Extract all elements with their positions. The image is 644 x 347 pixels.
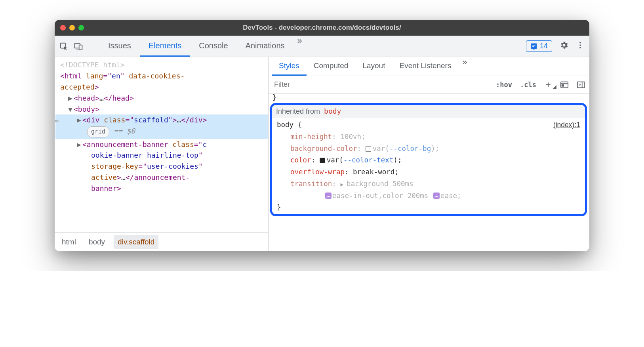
devtools-window: DevTools - developer.chrome.com/docs/dev… xyxy=(55,20,589,251)
color-swatch-icon[interactable] xyxy=(320,158,325,163)
decl-transition[interactable]: transition: ▶ background 500ms xyxy=(277,178,580,190)
cls-toggle[interactable]: .cls xyxy=(516,81,540,89)
close-icon[interactable] xyxy=(60,25,66,31)
styles-panel: Styles Computed Layout Event Listeners »… xyxy=(269,57,589,251)
tab-issues[interactable]: Issues xyxy=(99,36,140,57)
svg-point-3 xyxy=(579,42,581,43)
crumb-div-scaffold[interactable]: div.scaffold xyxy=(114,235,158,249)
toggle-sidebar-icon[interactable] xyxy=(573,81,589,89)
crumb-body[interactable]: body xyxy=(85,235,109,249)
dom-html-open[interactable]: <html lang="en" data-cookies- xyxy=(60,71,263,82)
new-style-rule-icon[interactable] xyxy=(540,81,556,89)
subtab-event-listeners[interactable]: Event Listeners xyxy=(392,57,458,76)
svg-rect-7 xyxy=(562,85,564,86)
subtab-layout[interactable]: Layout xyxy=(355,57,392,76)
css-rule[interactable]: body { (index):1 min-height: 100vh; back… xyxy=(272,118,585,214)
filter-input[interactable] xyxy=(269,76,492,93)
subtab-computed[interactable]: Computed xyxy=(307,57,356,76)
svg-point-5 xyxy=(579,47,581,48)
more-menu-icon[interactable] xyxy=(576,41,585,52)
decl-overflow-wrap[interactable]: overflow-wrap: break-word; xyxy=(277,166,580,178)
subtab-styles[interactable]: Styles xyxy=(272,57,307,76)
zoom-icon[interactable] xyxy=(78,25,84,31)
issues-badge[interactable]: 14 xyxy=(526,40,552,52)
tab-animations[interactable]: Animations xyxy=(237,36,293,57)
breadcrumb: html body div.scaffold xyxy=(55,232,268,251)
separator xyxy=(92,41,92,51)
device-toggle-icon[interactable] xyxy=(74,42,83,51)
decl-background-color[interactable]: background-color: var(--color-bg); xyxy=(277,143,580,155)
color-swatch-icon[interactable] xyxy=(366,146,371,152)
titlebar: DevTools - developer.chrome.com/docs/dev… xyxy=(55,20,589,36)
rule-close-brace-prev: } xyxy=(269,93,589,101)
grid-badge[interactable]: grid xyxy=(87,126,109,137)
row-actions-icon[interactable]: ⋯ xyxy=(55,115,60,126)
filter-bar: :hov .cls xyxy=(269,76,589,93)
elements-panel: <!DOCTYPE html> <html lang="en" data-coo… xyxy=(55,57,269,251)
subtabs-overflow-icon[interactable]: » xyxy=(458,57,471,76)
settings-icon[interactable] xyxy=(559,40,569,52)
issues-count: 14 xyxy=(540,42,548,50)
hov-toggle[interactable]: :hov xyxy=(492,81,516,89)
dom-doctype[interactable]: <!DOCTYPE html> xyxy=(60,59,263,71)
bezier-icon[interactable] xyxy=(433,193,440,199)
minimize-icon[interactable] xyxy=(69,25,75,31)
window-title: DevTools - developer.chrome.com/docs/dev… xyxy=(55,24,589,32)
main-toolbar: Issues Elements Console Animations » 14 xyxy=(55,36,589,57)
highlighted-rule: Inherited from body body { (index):1 min… xyxy=(270,103,587,216)
dom-body[interactable]: ▼<body> xyxy=(60,104,263,115)
dom-head[interactable]: ▶<head>…</head> xyxy=(60,93,263,104)
decl-min-height[interactable]: min-height: 100vh; xyxy=(277,131,580,143)
inspect-icon[interactable] xyxy=(59,42,68,51)
inherited-header: Inherited from body xyxy=(272,105,585,118)
dom-selected-row[interactable]: ⋯ ▶<div class="scaffold">…</div> grid ==… xyxy=(55,114,268,139)
tab-elements[interactable]: Elements xyxy=(140,36,190,57)
bezier-icon[interactable] xyxy=(325,193,332,199)
crumb-html[interactable]: html xyxy=(58,235,80,249)
dom-html-open2[interactable]: accepted> xyxy=(60,82,263,93)
tabs-overflow-icon[interactable]: » xyxy=(293,36,306,57)
traffic-lights xyxy=(60,25,84,31)
dom-announcement[interactable]: ▶<announcement-banner class="c xyxy=(60,139,263,150)
computed-styles-toggle-icon[interactable] xyxy=(556,81,573,89)
tab-console[interactable]: Console xyxy=(190,36,236,57)
svg-point-4 xyxy=(579,44,581,46)
rule-source-link[interactable]: (index):1 xyxy=(553,119,580,131)
dom-tree[interactable]: <!DOCTYPE html> <html lang="en" data-coo… xyxy=(55,57,268,232)
decl-color[interactable]: color: var(--color-text); xyxy=(277,154,580,166)
svg-rect-2 xyxy=(79,45,82,50)
